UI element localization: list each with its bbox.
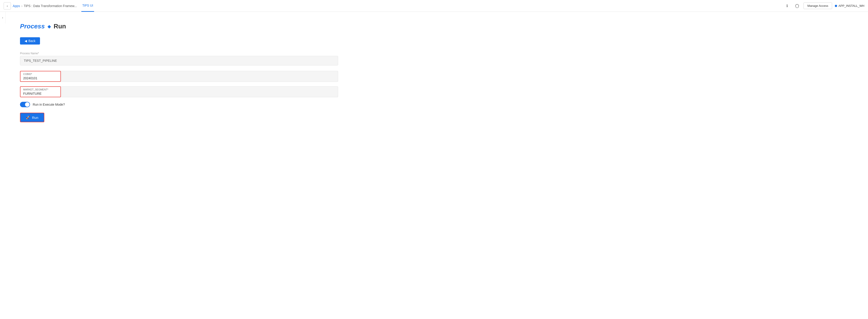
manage-access-button[interactable]: Manage Access [803, 2, 832, 9]
heading-diamond: ◆ [48, 24, 51, 29]
market-segment-field-row: MARKET_SEGMENT* [20, 86, 338, 97]
page-heading: Process ◆ Run [20, 23, 854, 30]
market-segment-input[interactable] [23, 92, 55, 95]
breadcrumb-sep1: › [21, 4, 23, 8]
user-badge: APP_INSTALL_WH [835, 4, 864, 7]
user-badge-dot [835, 5, 837, 7]
topbar: ‹ Apps › TiPS : Data Transformation Fram… [0, 0, 868, 12]
cobid-input[interactable] [23, 76, 55, 80]
tab-tips-ui[interactable]: TiPS UI [81, 0, 94, 12]
topbar-right: ℹ Manage Access APP_INSTALL_WH [783, 2, 864, 9]
sidebar-toggle[interactable]: › [0, 12, 5, 24]
market-segment-field-right [61, 86, 338, 97]
back-chevron-icon: ‹ [7, 4, 8, 8]
sidebar-toggle-icon: › [2, 16, 3, 19]
breadcrumb-tips[interactable]: TiPS : Data Transformation Framew... [24, 4, 77, 8]
run-button-label: Run [32, 116, 38, 120]
shield-icon[interactable] [794, 2, 801, 9]
back-button[interactable]: ◀ Back [20, 37, 40, 44]
cobid-field-right [61, 71, 338, 82]
cobid-field-row: COBID* [20, 71, 338, 82]
user-badge-label: APP_INSTALL_WH [838, 4, 864, 7]
execute-mode-label: Run in Execute Mode? [33, 103, 65, 106]
back-button-icon: ◀ [25, 39, 27, 43]
heading-process: Process [20, 23, 45, 30]
run-button[interactable]: 🚀 Run [20, 113, 44, 122]
main-content: Process ◆ Run ◀ Back Process Name* TIPS_… [5, 12, 868, 133]
heading-run: Run [54, 23, 66, 30]
breadcrumb: Apps › TiPS : Data Transformation Framew… [13, 4, 77, 8]
topbar-back-button[interactable]: ‹ [4, 2, 11, 9]
breadcrumb-apps[interactable]: Apps [13, 4, 20, 8]
market-segment-label: MARKET_SEGMENT* [23, 88, 58, 91]
process-name-label: Process Name* [20, 52, 338, 55]
cobid-label: COBID* [23, 73, 58, 75]
run-button-icon: 🚀 [26, 116, 30, 120]
info-icon[interactable]: ℹ [783, 2, 791, 9]
execute-mode-toggle-row: Run in Execute Mode? [20, 102, 854, 107]
process-name-field: Process Name* TIPS_TEST_PIPELINE [20, 52, 338, 65]
back-button-label: Back [28, 39, 35, 43]
cobid-field-left: COBID* [20, 71, 61, 82]
process-name-value: TIPS_TEST_PIPELINE [20, 56, 338, 65]
market-segment-field-left: MARKET_SEGMENT* [20, 86, 61, 97]
execute-mode-toggle[interactable] [20, 102, 30, 107]
